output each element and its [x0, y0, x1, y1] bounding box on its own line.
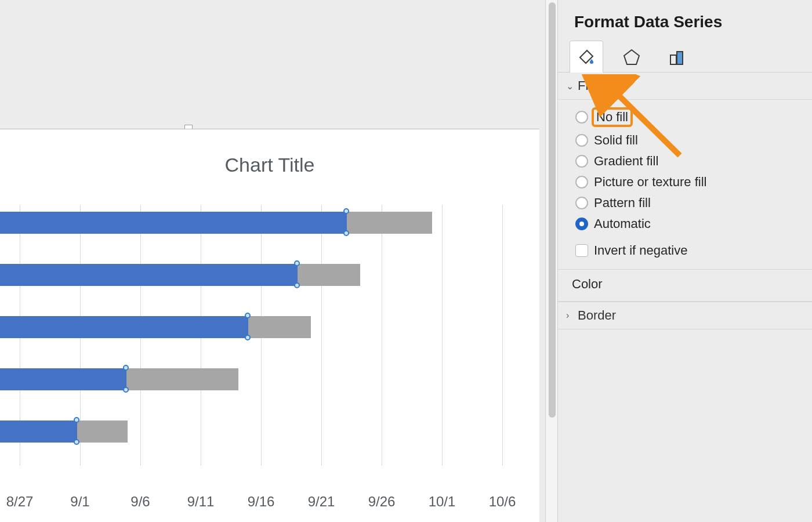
gridline: [442, 205, 443, 466]
radio-icon: [575, 155, 588, 168]
format-tab-row: [558, 41, 812, 72]
radio-icon: [575, 176, 588, 188]
bar-series2[interactable]: [248, 316, 311, 338]
bar-series2[interactable]: [347, 212, 432, 234]
vertical-scrollbar[interactable]: [545, 0, 558, 522]
radio-icon: [575, 134, 588, 147]
pentagon-icon: [622, 47, 641, 67]
bar-series2[interactable]: [126, 368, 238, 390]
x-tick: 10/6: [489, 494, 516, 510]
x-tick: 9/21: [308, 494, 335, 510]
border-section-header[interactable]: › Border: [558, 302, 812, 329]
gridline: [321, 205, 322, 466]
radio-gradient-fill[interactable]: Gradient fill: [575, 151, 800, 172]
radio-label: Solid fill: [594, 133, 638, 148]
x-tick: 9/11: [187, 494, 215, 510]
fill-section-label: Fill: [578, 78, 594, 93]
selection-dot[interactable]: [245, 335, 251, 340]
bar-series1[interactable]: [0, 212, 347, 234]
svg-rect-2: [677, 52, 683, 64]
chart-title[interactable]: Chart Title: [0, 154, 539, 176]
radio-label: Gradient fill: [594, 154, 658, 169]
selection-dot[interactable]: [74, 417, 79, 423]
annotation-highlight: No fill: [592, 107, 633, 127]
checkbox-label: Invert if negative: [594, 243, 687, 258]
checkbox-invert-if-negative[interactable]: Invert if negative: [575, 240, 800, 261]
bar-series2[interactable]: [298, 264, 360, 286]
workspace: Chart Title: [0, 0, 812, 522]
color-label: Color: [572, 277, 603, 291]
bar-series1[interactable]: [0, 368, 126, 390]
border-section-label: Border: [578, 308, 616, 323]
radio-pattern-fill[interactable]: Pattern fill: [575, 193, 800, 213]
plot-area[interactable]: 8/27 9/1 9/6 9/11 9/16 9/21 9/26 10/1 10…: [0, 205, 505, 477]
bar-series1[interactable]: [0, 264, 298, 286]
selection-dot[interactable]: [343, 208, 349, 214]
chevron-right-icon: ›: [566, 310, 574, 321]
x-tick: 9/1: [70, 494, 89, 510]
scrollbar-thumb[interactable]: [549, 2, 556, 418]
selection-dot[interactable]: [123, 365, 129, 371]
tab-series-options[interactable]: [660, 41, 694, 72]
radio-picture-fill[interactable]: Picture or texture fill: [575, 172, 800, 193]
chevron-down-icon: ⌄: [566, 81, 574, 92]
radio-label: Pattern fill: [594, 195, 651, 211]
x-axis[interactable]: 8/27 9/1 9/6 9/11 9/16 9/21 9/26 10/1 10…: [0, 494, 505, 511]
radio-icon: [575, 197, 588, 209]
selection-dot[interactable]: [74, 439, 79, 445]
x-tick: 8/27: [6, 494, 34, 510]
checkbox-icon: [575, 244, 588, 257]
x-tick: 10/1: [429, 494, 456, 510]
radio-icon: [575, 111, 588, 124]
radio-label: Automatic: [594, 216, 651, 231]
color-row[interactable]: Color: [558, 270, 812, 302]
selection-dot[interactable]: [294, 282, 300, 288]
bar-series2[interactable]: [77, 420, 128, 443]
selection-dot[interactable]: [343, 230, 349, 236]
svg-marker-0: [624, 50, 639, 64]
radio-label: No fill: [596, 110, 628, 124]
bar-series1[interactable]: [0, 420, 77, 443]
x-tick: 9/26: [368, 494, 396, 510]
gridline: [382, 205, 382, 466]
fill-section-header[interactable]: ⌄ Fill: [558, 72, 812, 100]
svg-rect-1: [670, 55, 676, 64]
bar-chart-icon: [667, 47, 687, 67]
radio-label: Picture or texture fill: [594, 175, 706, 190]
x-tick: 9/16: [248, 494, 275, 510]
selection-dot[interactable]: [294, 260, 300, 266]
tab-effects[interactable]: [615, 41, 648, 72]
chart-canvas[interactable]: Chart Title: [0, 0, 545, 522]
bar-series1[interactable]: [0, 316, 248, 338]
radio-solid-fill[interactable]: Solid fill: [575, 130, 800, 151]
radio-icon: [575, 217, 588, 230]
chart-frame[interactable]: Chart Title: [0, 129, 539, 522]
selection-dot[interactable]: [245, 313, 251, 318]
radio-no-fill[interactable]: No fill: [575, 104, 800, 130]
radio-automatic[interactable]: Automatic: [575, 213, 800, 234]
selection-dot[interactable]: [123, 387, 129, 393]
gridline: [502, 205, 503, 466]
format-panel: Format Data Series: [558, 0, 812, 522]
paint-bucket-icon: [577, 47, 596, 67]
x-tick: 9/6: [130, 494, 150, 510]
tab-fill-and-line[interactable]: [570, 41, 603, 72]
panel-title: Format Data Series: [558, 0, 812, 41]
fill-options: No fill Solid fill Gradient fill Picture…: [558, 100, 812, 270]
